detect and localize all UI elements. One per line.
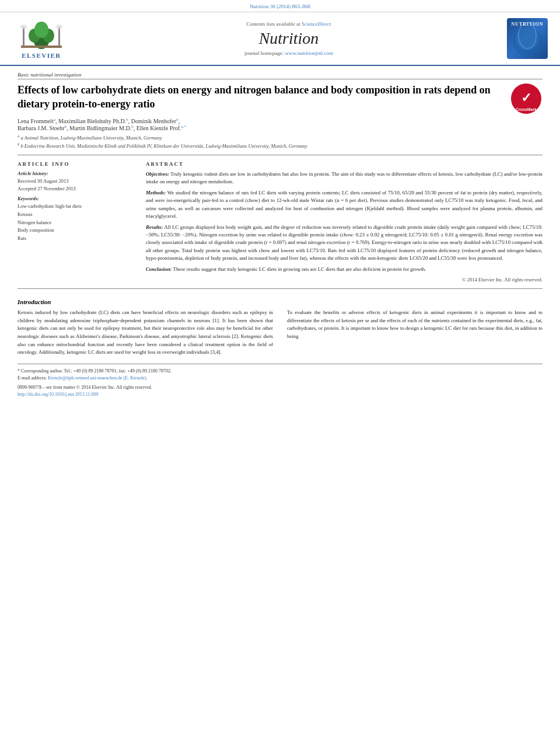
affiliation-b-text: b Endocrine Research Unit, Medizinische … [20,143,307,149]
received-date: Received 30 August 2013 [18,177,134,185]
elsevier-brand: ELSEVIER [22,52,61,59]
svg-text:✓: ✓ [521,90,531,105]
abstract-objectives: Objectives: Truly ketogenic rodent diets… [146,170,542,186]
abstract-heading: ABSTRACT [146,161,542,167]
svg-point-8 [56,25,63,29]
introduction-heading: Introduction [18,298,542,305]
article-info-col: ARTICLE INFO Article history: Received 3… [18,161,134,283]
journal-title: Nutrition [259,29,319,48]
homepage-url[interactable]: www.nutritionjrnl.com [285,50,333,56]
svg-rect-7 [58,27,60,46]
author-menhofer: Dominik Menhofer [131,118,177,124]
keyword-3: Nitrogen balance [18,219,134,227]
author-bidlingmaier: Martin Bidlingmaier M.D. [69,125,131,131]
intro-para-2: To evaluate the benefits or adverse effe… [287,309,542,341]
intro-para-1: Ketosis induced by low carbohydrate (LC)… [18,309,273,357]
doi-link[interactable]: http://dx.doi.org/10.1016/j.nut.2013.11.… [18,392,98,397]
footnote-corresponding: * Corresponding author. Tel.: +49 (0) 89… [18,368,542,375]
article-history-label: Article history: [18,170,134,176]
nutrition-logo-text: NUTRITION [511,22,543,27]
nutrition-logo-box: NUTRITION [504,18,551,59]
accepted-date: Accepted 27 November 2013 [18,185,134,193]
abstract-conclusion: Conclusion: These results suggest that t… [146,266,542,273]
email-label: E-mail address: [18,375,47,381]
keyword-1: Low-carbohydrate high-fat diets [18,203,134,211]
divider-1 [18,155,542,155]
author-stoehr: Barbara J.M. Stoehr [18,125,65,131]
svg-point-6 [20,25,27,29]
sciencedirect-link[interactable]: ScienceDirect [302,21,331,27]
keywords-list: Low-carbohydrate high-fat diets Ketosis … [18,203,134,242]
abstract-methods: Methods: We studied the nitrogen balance… [146,189,542,220]
email-address[interactable]: Kienzle@tiph.vetmed.uni-muenchen.de (E. … [48,375,148,381]
svg-rect-9 [21,46,62,48]
footnote-issn: 0899-9007/$ – see front matter © 2014 El… [18,384,542,391]
copyright-line: © 2014 Elsevier Inc. All rights reserved… [146,277,542,283]
divider-2 [18,288,542,289]
main-content: Basic nutritional investigation Effects … [0,66,560,404]
abstract-col: ABSTRACT Objectives: Truly ketogenic rod… [146,161,542,283]
affiliation-b: b b Endocrine Research Unit, Medizinisch… [18,142,542,149]
author-bielohuby: Maximilian Bielohuby Ph.D. [58,118,126,124]
elsevier-tree-icon [18,18,65,50]
title-text: Effects of low carbohydrate diets on ene… [18,84,491,110]
author-frommelt: Lena Frommelt [18,118,54,124]
journal-homepage: journal homepage: www.nutritionjrnl.com [244,50,333,56]
introduction-section: Introduction Ketosis induced by low carb… [18,298,542,357]
svg-rect-5 [23,27,24,46]
section-label: Basic nutritional investigation [18,72,542,79]
keyword-2: Ketosis [18,211,134,219]
footnote-email: E-mail address: Kienzle@tiph.vetmed.uni-… [18,375,542,382]
abstract-results: Results: All LC groups displayed less bo… [146,224,542,262]
homepage-label: journal homepage: [244,50,284,56]
footnote-doi: http://dx.doi.org/10.1016/j.nut.2013.11.… [18,391,542,398]
keyword-5: Rats [18,235,134,243]
elsevier-logo: ELSEVIER [9,18,74,59]
journal-header-center: Contents lists available at ScienceDirec… [80,18,497,59]
svg-point-4 [34,22,48,38]
contents-available-text: Contents lists available at [247,21,300,27]
journal-header: ELSEVIER Contents lists available at Sci… [0,12,560,66]
footnote-area: * Corresponding author. Tel.: +49 (0) 89… [18,364,542,398]
journal-ref-text: Nutrition 30 (2014) 863–868 [250,4,310,9]
sciencedirect-line: Contents lists available at ScienceDirec… [247,21,331,27]
author-kienzle: Ellen Kienzle Prof. [136,125,181,131]
affiliation-a-text: a Animal Nutrition, Ludwig-Maximilians U… [20,135,162,141]
affiliation-a: a a Animal Nutrition, Ludwig-Maximilians… [18,134,542,141]
crossmark-icon: ✓ CrossMark [510,83,542,115]
keywords-label: Keywords: [18,196,134,201]
svg-text:CrossMark: CrossMark [516,107,537,111]
journal-reference: Nutrition 30 (2014) 863–868 [0,0,560,12]
keyword-4: Body composition [18,226,134,235]
introduction-body: Ketosis induced by low carbohydrate (LC)… [18,309,542,357]
authors-line: Lena Frommelta, Maximilian Bielohuby Ph.… [18,117,542,132]
article-info-heading: ARTICLE INFO [18,161,134,167]
info-abstract-section: ARTICLE INFO Article history: Received 3… [18,161,542,283]
paper-title: Effects of low carbohydrate diets on ene… [18,83,542,111]
